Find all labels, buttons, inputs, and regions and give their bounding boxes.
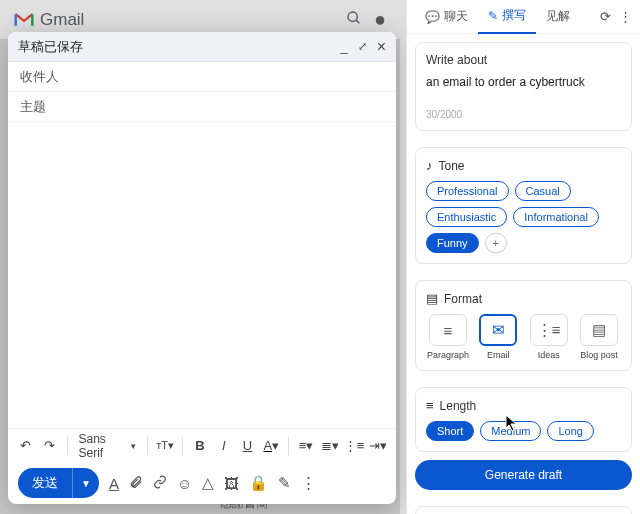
length-label: Length (440, 399, 477, 413)
preview-card: ✎Preview Cybertruck. I am located in Sea… (415, 506, 632, 514)
close-icon[interactable]: × (377, 38, 386, 56)
format-toolbar: ↶ ↷ Sans Serif▾ тT▾ B I U A▾ ≡▾ ≣▾ ⋮≡ ⇥▾ (8, 428, 396, 462)
image-icon[interactable]: 🖼 (224, 475, 239, 492)
format-blog[interactable]: ▤Blog post (577, 314, 621, 360)
format-label-paragraph: Paragraph (427, 350, 469, 360)
write-about-label: Write about (426, 53, 621, 67)
generate-button[interactable]: Generate draft (415, 460, 632, 490)
tab-chat[interactable]: 💬聊天 (415, 0, 478, 34)
tab-insights[interactable]: 见解 (536, 0, 580, 34)
ai-panel: 💬聊天 ✎撰写 见解 ⟳ ⋮ Write about an email to o… (406, 0, 640, 514)
format-icon: ▤ (426, 291, 438, 306)
subject-label: 主题 (20, 98, 46, 116)
format-label-ideas: Ideas (538, 350, 560, 360)
undo-icon[interactable]: ↶ (16, 435, 36, 457)
svg-point-0 (348, 12, 357, 21)
format-icon-paragraph: ≡ (429, 314, 467, 346)
font-selector[interactable]: Sans Serif▾ (75, 432, 141, 460)
length-chip-medium[interactable]: Medium (480, 421, 541, 441)
popout-icon[interactable]: ⤢ (358, 40, 367, 53)
minimize-icon[interactable]: _ (340, 39, 347, 54)
format-ideas[interactable]: ⋮≡Ideas (527, 314, 571, 360)
tone-chip-casual[interactable]: Casual (515, 181, 571, 201)
format-card: ▤Format ≡Paragraph✉Email⋮≡Ideas▤Blog pos… (415, 280, 632, 371)
length-chip-long[interactable]: Long (547, 421, 593, 441)
text-color-icon[interactable]: A▾ (261, 435, 281, 457)
search-icon[interactable] (346, 10, 362, 30)
length-chip-short[interactable]: Short (426, 421, 474, 441)
tone-label: Tone (439, 159, 465, 173)
char-counter: 30/2000 (426, 109, 621, 120)
format-icon-ideas: ⋮≡ (530, 314, 568, 346)
emoji-icon[interactable]: ☺ (177, 475, 192, 492)
tone-chip-add[interactable]: + (485, 233, 507, 253)
compose-title: 草稿已保存 (18, 38, 83, 56)
gmail-logo: Gmail (14, 10, 84, 30)
length-chips: ShortMediumLong (426, 421, 621, 441)
tone-chips: ProfessionalCasualEnthusiasticInformatio… (426, 181, 621, 253)
numbered-list-icon[interactable]: ≣▾ (320, 435, 340, 457)
tone-icon: ♪ (426, 158, 433, 173)
italic-icon[interactable]: I (214, 435, 234, 457)
tone-chip-enthusiastic[interactable]: Enthusiastic (426, 207, 507, 227)
send-bar: 发送 ▼ A ☺ △ 🖼 🔒 ✎ ⋮ (8, 462, 396, 504)
send-button[interactable]: 发送 ▼ (18, 468, 99, 498)
format-label: Format (444, 292, 482, 306)
text-format-icon[interactable]: A (109, 475, 119, 492)
compose-window: 草稿已保存 _ ⤢ × 收件人 主题 ↶ ↷ Sans Serif▾ тT▾ B… (8, 32, 396, 504)
pen-icon[interactable]: ✎ (278, 474, 291, 492)
underline-icon[interactable]: U (238, 435, 258, 457)
attach-icon[interactable] (129, 475, 143, 492)
recipients-label: 收件人 (20, 68, 59, 86)
gmail-name: Gmail (40, 10, 84, 30)
more-options-icon[interactable]: ⋮ (301, 474, 316, 492)
format-label-blog: Blog post (580, 350, 618, 360)
compose-header: 草稿已保存 _ ⤢ × (8, 32, 396, 62)
length-icon: ≡ (426, 398, 434, 413)
send-more-icon[interactable]: ▼ (72, 468, 99, 498)
format-icon-blog: ▤ (580, 314, 618, 346)
indent-icon[interactable]: ⇥▾ (368, 435, 388, 457)
recipients-field[interactable]: 收件人 (8, 62, 396, 92)
tone-chip-funny[interactable]: Funny (426, 233, 479, 253)
refresh-icon[interactable]: ⟳ (600, 9, 611, 24)
format-icon-email: ✉ (479, 314, 517, 346)
drive-icon[interactable]: △ (202, 474, 214, 492)
format-options: ≡Paragraph✉Email⋮≡Ideas▤Blog post (426, 314, 621, 360)
format-label-email: Email (487, 350, 510, 360)
redo-icon[interactable]: ↷ (40, 435, 60, 457)
tab-compose[interactable]: ✎撰写 (478, 0, 536, 34)
format-paragraph[interactable]: ≡Paragraph (426, 314, 470, 360)
link-icon[interactable] (153, 475, 167, 492)
tone-chip-informational[interactable]: Informational (513, 207, 599, 227)
bold-icon[interactable]: B (190, 435, 210, 457)
bullet-list-icon[interactable]: ⋮≡ (344, 435, 365, 457)
lock-icon[interactable]: 🔒 (249, 474, 268, 492)
panel-tabs: 💬聊天 ✎撰写 见解 ⟳ ⋮ (407, 0, 640, 34)
prompt-input[interactable]: an email to order a cybertruck (426, 75, 621, 103)
avatar[interactable]: ● (374, 8, 386, 31)
format-email[interactable]: ✉Email (476, 314, 520, 360)
tone-card: ♪Tone ProfessionalCasualEnthusiasticInfo… (415, 147, 632, 264)
length-card: ≡Length ShortMediumLong (415, 387, 632, 452)
align-icon[interactable]: ≡▾ (296, 435, 316, 457)
prompt-card: Write about an email to order a cybertru… (415, 42, 632, 131)
tone-chip-professional[interactable]: Professional (426, 181, 509, 201)
svg-line-1 (356, 20, 359, 23)
compose-body[interactable] (8, 122, 396, 428)
text-size-icon[interactable]: тT▾ (155, 435, 175, 457)
send-label: 发送 (18, 468, 72, 498)
panel-more-icon[interactable]: ⋮ (619, 9, 632, 24)
subject-field[interactable]: 主题 (8, 92, 396, 122)
